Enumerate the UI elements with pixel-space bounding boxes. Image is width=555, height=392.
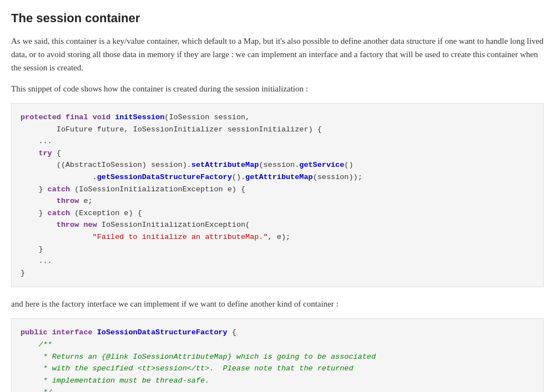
paragraph-3: and here is the factory interface we can… <box>11 297 544 310</box>
code-block-1: protected final void initSession(IoSessi… <box>11 103 544 287</box>
paragraph-1: As we said, this container is a key/valu… <box>11 34 544 74</box>
paragraph-2: This snippet of code shows how the conta… <box>11 82 544 95</box>
code-block-2: public interface IoSessionDataStructureF… <box>11 318 544 392</box>
page-title: The session container <box>11 11 544 26</box>
